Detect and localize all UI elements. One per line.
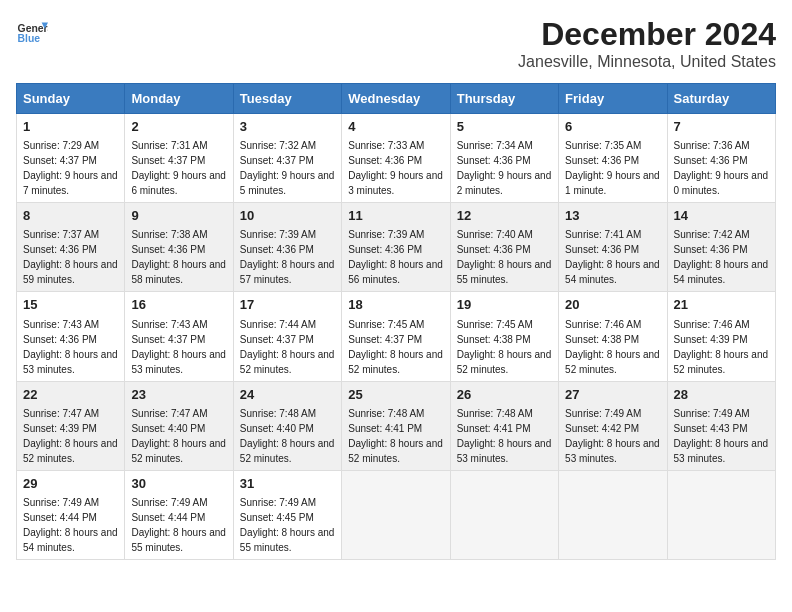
day-number: 22 [23, 386, 118, 404]
calendar-day-cell: 4Sunrise: 7:33 AMSunset: 4:36 PMDaylight… [342, 114, 450, 203]
calendar-day-cell [450, 470, 558, 559]
calendar-day-cell: 5Sunrise: 7:34 AMSunset: 4:36 PMDaylight… [450, 114, 558, 203]
day-number: 11 [348, 207, 443, 225]
day-info: Sunrise: 7:49 AMSunset: 4:44 PMDaylight:… [23, 497, 118, 553]
calendar-day-cell: 31Sunrise: 7:49 AMSunset: 4:45 PMDayligh… [233, 470, 341, 559]
day-number: 2 [131, 118, 226, 136]
day-info: Sunrise: 7:49 AMSunset: 4:44 PMDaylight:… [131, 497, 226, 553]
calendar-table: SundayMondayTuesdayWednesdayThursdayFrid… [16, 83, 776, 560]
calendar-day-cell: 6Sunrise: 7:35 AMSunset: 4:36 PMDaylight… [559, 114, 667, 203]
day-info: Sunrise: 7:43 AMSunset: 4:37 PMDaylight:… [131, 319, 226, 375]
logo: General Blue [16, 16, 48, 48]
calendar-day-cell: 14Sunrise: 7:42 AMSunset: 4:36 PMDayligh… [667, 203, 775, 292]
calendar-day-header: Wednesday [342, 84, 450, 114]
day-info: Sunrise: 7:29 AMSunset: 4:37 PMDaylight:… [23, 140, 118, 196]
day-info: Sunrise: 7:35 AMSunset: 4:36 PMDaylight:… [565, 140, 660, 196]
day-info: Sunrise: 7:31 AMSunset: 4:37 PMDaylight:… [131, 140, 226, 196]
day-number: 31 [240, 475, 335, 493]
calendar-day-header: Sunday [17, 84, 125, 114]
day-number: 14 [674, 207, 769, 225]
day-info: Sunrise: 7:48 AMSunset: 4:41 PMDaylight:… [348, 408, 443, 464]
day-info: Sunrise: 7:48 AMSunset: 4:40 PMDaylight:… [240, 408, 335, 464]
calendar-body: 1Sunrise: 7:29 AMSunset: 4:37 PMDaylight… [17, 114, 776, 560]
day-info: Sunrise: 7:42 AMSunset: 4:36 PMDaylight:… [674, 229, 769, 285]
day-number: 8 [23, 207, 118, 225]
calendar-day-cell [559, 470, 667, 559]
calendar-day-cell: 17Sunrise: 7:44 AMSunset: 4:37 PMDayligh… [233, 292, 341, 381]
day-number: 21 [674, 296, 769, 314]
calendar-day-header: Friday [559, 84, 667, 114]
calendar-day-cell: 22Sunrise: 7:47 AMSunset: 4:39 PMDayligh… [17, 381, 125, 470]
day-info: Sunrise: 7:40 AMSunset: 4:36 PMDaylight:… [457, 229, 552, 285]
calendar-day-cell: 26Sunrise: 7:48 AMSunset: 4:41 PMDayligh… [450, 381, 558, 470]
day-number: 28 [674, 386, 769, 404]
day-info: Sunrise: 7:39 AMSunset: 4:36 PMDaylight:… [348, 229, 443, 285]
calendar-day-cell: 23Sunrise: 7:47 AMSunset: 4:40 PMDayligh… [125, 381, 233, 470]
calendar-day-header: Thursday [450, 84, 558, 114]
day-number: 10 [240, 207, 335, 225]
day-info: Sunrise: 7:43 AMSunset: 4:36 PMDaylight:… [23, 319, 118, 375]
calendar-day-cell: 21Sunrise: 7:46 AMSunset: 4:39 PMDayligh… [667, 292, 775, 381]
calendar-day-cell: 27Sunrise: 7:49 AMSunset: 4:42 PMDayligh… [559, 381, 667, 470]
day-number: 16 [131, 296, 226, 314]
day-number: 30 [131, 475, 226, 493]
day-number: 7 [674, 118, 769, 136]
day-info: Sunrise: 7:36 AMSunset: 4:36 PMDaylight:… [674, 140, 769, 196]
calendar-day-cell: 10Sunrise: 7:39 AMSunset: 4:36 PMDayligh… [233, 203, 341, 292]
day-info: Sunrise: 7:49 AMSunset: 4:43 PMDaylight:… [674, 408, 769, 464]
header: General Blue December 2024 Janesville, M… [16, 16, 776, 71]
calendar-day-cell [667, 470, 775, 559]
subtitle: Janesville, Minnesota, United States [518, 53, 776, 71]
day-info: Sunrise: 7:45 AMSunset: 4:37 PMDaylight:… [348, 319, 443, 375]
calendar-day-cell: 16Sunrise: 7:43 AMSunset: 4:37 PMDayligh… [125, 292, 233, 381]
day-number: 26 [457, 386, 552, 404]
day-info: Sunrise: 7:39 AMSunset: 4:36 PMDaylight:… [240, 229, 335, 285]
calendar-day-cell: 2Sunrise: 7:31 AMSunset: 4:37 PMDaylight… [125, 114, 233, 203]
day-number: 1 [23, 118, 118, 136]
day-number: 5 [457, 118, 552, 136]
day-info: Sunrise: 7:49 AMSunset: 4:42 PMDaylight:… [565, 408, 660, 464]
day-info: Sunrise: 7:32 AMSunset: 4:37 PMDaylight:… [240, 140, 335, 196]
day-info: Sunrise: 7:47 AMSunset: 4:39 PMDaylight:… [23, 408, 118, 464]
day-info: Sunrise: 7:37 AMSunset: 4:36 PMDaylight:… [23, 229, 118, 285]
title-area: December 2024 Janesville, Minnesota, Uni… [518, 16, 776, 71]
logo-icon: General Blue [16, 16, 48, 48]
calendar-week-row: 1Sunrise: 7:29 AMSunset: 4:37 PMDaylight… [17, 114, 776, 203]
calendar-header-row: SundayMondayTuesdayWednesdayThursdayFrid… [17, 84, 776, 114]
day-info: Sunrise: 7:47 AMSunset: 4:40 PMDaylight:… [131, 408, 226, 464]
day-info: Sunrise: 7:48 AMSunset: 4:41 PMDaylight:… [457, 408, 552, 464]
day-number: 3 [240, 118, 335, 136]
calendar-day-cell: 8Sunrise: 7:37 AMSunset: 4:36 PMDaylight… [17, 203, 125, 292]
day-number: 6 [565, 118, 660, 136]
day-number: 20 [565, 296, 660, 314]
day-info: Sunrise: 7:34 AMSunset: 4:36 PMDaylight:… [457, 140, 552, 196]
calendar-day-cell: 3Sunrise: 7:32 AMSunset: 4:37 PMDaylight… [233, 114, 341, 203]
day-number: 12 [457, 207, 552, 225]
day-number: 25 [348, 386, 443, 404]
day-info: Sunrise: 7:46 AMSunset: 4:39 PMDaylight:… [674, 319, 769, 375]
day-number: 29 [23, 475, 118, 493]
day-number: 19 [457, 296, 552, 314]
calendar-week-row: 29Sunrise: 7:49 AMSunset: 4:44 PMDayligh… [17, 470, 776, 559]
svg-text:Blue: Blue [18, 33, 41, 44]
calendar-day-header: Saturday [667, 84, 775, 114]
day-info: Sunrise: 7:33 AMSunset: 4:36 PMDaylight:… [348, 140, 443, 196]
day-number: 4 [348, 118, 443, 136]
calendar-day-cell: 30Sunrise: 7:49 AMSunset: 4:44 PMDayligh… [125, 470, 233, 559]
calendar-day-header: Monday [125, 84, 233, 114]
calendar-day-header: Tuesday [233, 84, 341, 114]
day-info: Sunrise: 7:41 AMSunset: 4:36 PMDaylight:… [565, 229, 660, 285]
calendar-day-cell [342, 470, 450, 559]
day-number: 15 [23, 296, 118, 314]
day-number: 17 [240, 296, 335, 314]
calendar-week-row: 8Sunrise: 7:37 AMSunset: 4:36 PMDaylight… [17, 203, 776, 292]
calendar-day-cell: 13Sunrise: 7:41 AMSunset: 4:36 PMDayligh… [559, 203, 667, 292]
calendar-week-row: 15Sunrise: 7:43 AMSunset: 4:36 PMDayligh… [17, 292, 776, 381]
day-info: Sunrise: 7:49 AMSunset: 4:45 PMDaylight:… [240, 497, 335, 553]
calendar-week-row: 22Sunrise: 7:47 AMSunset: 4:39 PMDayligh… [17, 381, 776, 470]
calendar-day-cell: 20Sunrise: 7:46 AMSunset: 4:38 PMDayligh… [559, 292, 667, 381]
day-number: 18 [348, 296, 443, 314]
main-title: December 2024 [518, 16, 776, 53]
day-number: 27 [565, 386, 660, 404]
calendar-day-cell: 18Sunrise: 7:45 AMSunset: 4:37 PMDayligh… [342, 292, 450, 381]
